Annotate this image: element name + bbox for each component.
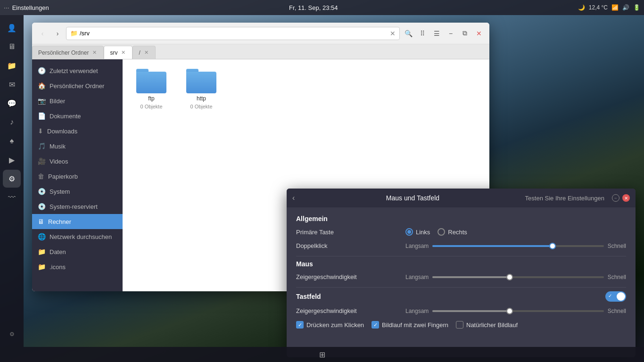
toggle-check-icon: ✓ bbox=[608, 293, 612, 298]
sidebar-item-documents[interactable]: 📄 Dokumente bbox=[32, 108, 123, 123]
temperature: 12,4 °C bbox=[589, 4, 608, 11]
trash-icon: 🗑 bbox=[38, 173, 44, 180]
fm-menu-button[interactable]: ☰ bbox=[430, 27, 443, 40]
settings-back-button[interactable]: ‹ bbox=[292, 194, 295, 202]
sidebar-item-data[interactable]: 📁 Daten bbox=[32, 244, 123, 259]
left-dock: 👤 🖥 📁 ✉ 💬 ♪ ♠ ▶ ⚙ 〰 ⚙ bbox=[0, 15, 24, 347]
dock-icon-activity[interactable]: 〰 bbox=[3, 189, 21, 206]
doppelklick-slider-thumb[interactable] bbox=[549, 243, 556, 249]
dock-icon-music[interactable]: ♪ bbox=[3, 113, 21, 131]
fm-address-bar: 📁 ✕ bbox=[66, 27, 400, 40]
maus-zeiger-slider-fill bbox=[432, 276, 509, 278]
home-icon: 🏠 bbox=[38, 82, 46, 90]
taskbar-left: ··· Einstellungen bbox=[4, 4, 49, 11]
fm-tab-srv[interactable]: srv ✕ bbox=[104, 46, 132, 59]
radio-links[interactable]: Links bbox=[405, 228, 430, 236]
sidebar-item-trash[interactable]: 🗑 Papierkorb bbox=[32, 169, 123, 184]
slider-maus-zeiger: Langsam Schnell bbox=[405, 274, 626, 280]
tastfeld-zeiger-slider-track[interactable] bbox=[432, 310, 603, 312]
dock-icon-chat[interactable]: 💬 bbox=[3, 94, 21, 112]
sidebar-item-home[interactable]: 🏠 Persönlicher Ordner bbox=[32, 78, 123, 93]
fm-sidebar: 🕐 Zuletzt verwendet 🏠 Persönlicher Ordne… bbox=[32, 59, 123, 291]
folder-http-icon bbox=[186, 69, 216, 93]
section-maus: Maus bbox=[296, 260, 626, 268]
dock-icon-screen[interactable]: 🖥 bbox=[3, 38, 21, 56]
fm-tab-root[interactable]: / ✕ bbox=[132, 46, 155, 59]
sidebar-item-videos[interactable]: 🎥 Videos bbox=[32, 154, 123, 169]
checkbox-group: ✓ Drücken zum Klicken ✓ Bildlauf mit zwe… bbox=[296, 321, 518, 329]
tastfeld-zeiger-slider-thumb[interactable] bbox=[506, 308, 513, 314]
music-icon: 🎵 bbox=[38, 142, 46, 150]
documents-icon: 📄 bbox=[38, 112, 46, 120]
sidebar-item-system-reserved[interactable]: 💿 System-reserviert bbox=[32, 199, 123, 214]
settings-win-controls: − ✕ bbox=[612, 194, 630, 202]
dock-icon-more[interactable]: ⚙ bbox=[3, 325, 21, 343]
radio-rechts-circle bbox=[438, 228, 445, 236]
settings-close-button[interactable]: ✕ bbox=[622, 194, 630, 202]
moon-icon: 🌙 bbox=[578, 4, 585, 11]
divider-maus bbox=[296, 256, 626, 256]
fm-toolbar-actions: 🔍 ⠿ ☰ − ⧉ ✕ bbox=[402, 27, 486, 40]
taskbar-right: 🌙 12,4 °C 📶 🔊 🔋 bbox=[578, 4, 640, 11]
address-folder-icon: 📁 bbox=[70, 30, 78, 37]
fm-close-button[interactable]: ✕ bbox=[472, 27, 486, 40]
wifi-icon: 📶 bbox=[611, 4, 619, 11]
sidebar-item-icons[interactable]: 📁 .icons bbox=[32, 259, 123, 274]
radio-rechts[interactable]: Rechts bbox=[438, 228, 467, 236]
dock-icon-steam[interactable]: ♠ bbox=[3, 132, 21, 150]
fm-tab-personal[interactable]: Persönlicher Ordner ✕ bbox=[32, 46, 104, 59]
fm-back-button[interactable]: ‹ bbox=[36, 27, 49, 40]
fm-minimize-button[interactable]: − bbox=[444, 27, 457, 40]
data-icon: 📁 bbox=[38, 248, 46, 255]
file-item-ftp[interactable]: ftp 0 Objekte bbox=[130, 67, 173, 111]
checkbox-natuerlich[interactable]: Natürlicher Bildlauf bbox=[456, 321, 518, 329]
sidebar-item-recent[interactable]: 🕐 Zuletzt verwendet bbox=[32, 63, 123, 78]
sidebar-item-pictures[interactable]: 📷 Bilder bbox=[32, 93, 123, 108]
sidebar-item-downloads[interactable]: ⬇ Downloads bbox=[32, 123, 123, 139]
battery-icon: 🔋 bbox=[633, 4, 640, 11]
dock-icon-files[interactable]: 📁 bbox=[3, 57, 21, 74]
fm-search-button[interactable]: 🔍 bbox=[402, 27, 415, 40]
network-icon: 🌐 bbox=[38, 233, 46, 240]
fm-clear-button[interactable]: ✕ bbox=[390, 30, 396, 37]
file-item-http[interactable]: http 0 Objekte bbox=[180, 67, 223, 111]
sidebar-item-computer[interactable]: 🖥 Rechner bbox=[32, 214, 123, 229]
computer-icon: 🖥 bbox=[38, 218, 44, 225]
fm-tab-close-personal[interactable]: ✕ bbox=[91, 49, 98, 56]
slider-tastfeld-zeiger: Langsam Schnell bbox=[405, 308, 626, 314]
checkbox-druecken-box: ✓ bbox=[296, 321, 304, 329]
sidebar-item-network[interactable]: 🌐 Netzwerk durchsuchen bbox=[32, 229, 123, 244]
section-tastfeld: Tastfeld bbox=[296, 293, 321, 300]
dock-icon-mail[interactable]: ✉ bbox=[3, 75, 21, 93]
checkbox-druecken[interactable]: ✓ Drücken zum Klicken bbox=[296, 321, 364, 329]
tastfeld-toggle[interactable]: ✓ bbox=[605, 291, 626, 302]
checkbox-bildlauf[interactable]: ✓ Bildlauf mit zwei Fingern bbox=[372, 321, 448, 329]
dock-icon-settings[interactable]: ⚙ bbox=[3, 170, 21, 188]
app-grid-button[interactable]: ⊞ bbox=[319, 350, 325, 359]
maus-zeiger-slider-thumb[interactable] bbox=[506, 274, 513, 280]
fm-restore-button[interactable]: ⧉ bbox=[458, 27, 471, 40]
row-primaere-taste: Primäre Taste Links Rechts bbox=[296, 228, 626, 236]
fm-tab-close-root[interactable]: ✕ bbox=[143, 49, 149, 56]
dock-icon-account[interactable]: 👤 bbox=[3, 19, 21, 37]
dock-icon-play[interactable]: ▶ bbox=[3, 151, 21, 169]
tastfeld-header-row: Tastfeld ✓ bbox=[296, 291, 626, 302]
fm-grid-view-button[interactable]: ⠿ bbox=[416, 27, 429, 40]
doppelklick-slider-track[interactable] bbox=[432, 245, 603, 247]
settings-test-button[interactable]: Testen Sie Ihre Einstellungen bbox=[525, 195, 604, 202]
fm-tabs: Persönlicher Ordner ✕ srv ✕ / ✕ bbox=[32, 44, 489, 59]
fm-forward-button[interactable]: › bbox=[51, 27, 64, 40]
settings-window-title: Maus und Tastfeld bbox=[300, 194, 525, 202]
fm-tab-close-srv[interactable]: ✕ bbox=[120, 49, 126, 56]
system-reserved-icon: 💿 bbox=[38, 203, 46, 210]
icons-folder-icon: 📁 bbox=[38, 263, 46, 271]
row-tastfeld-zeiger: Zeigergeschwindigkeit Langsam Schnell bbox=[296, 307, 626, 314]
fm-address-input[interactable] bbox=[80, 30, 388, 37]
settings-minimize-button[interactable]: − bbox=[612, 194, 619, 202]
maus-zeiger-slider-track[interactable] bbox=[432, 276, 603, 278]
sidebar-item-music[interactable]: 🎵 Musik bbox=[32, 139, 123, 154]
app-menu-icon[interactable]: ··· bbox=[4, 4, 9, 11]
radio-primaere-taste: Links Rechts bbox=[405, 228, 467, 236]
label-primaere-taste: Primäre Taste bbox=[296, 229, 400, 236]
sidebar-item-system[interactable]: 💿 System bbox=[32, 184, 123, 199]
